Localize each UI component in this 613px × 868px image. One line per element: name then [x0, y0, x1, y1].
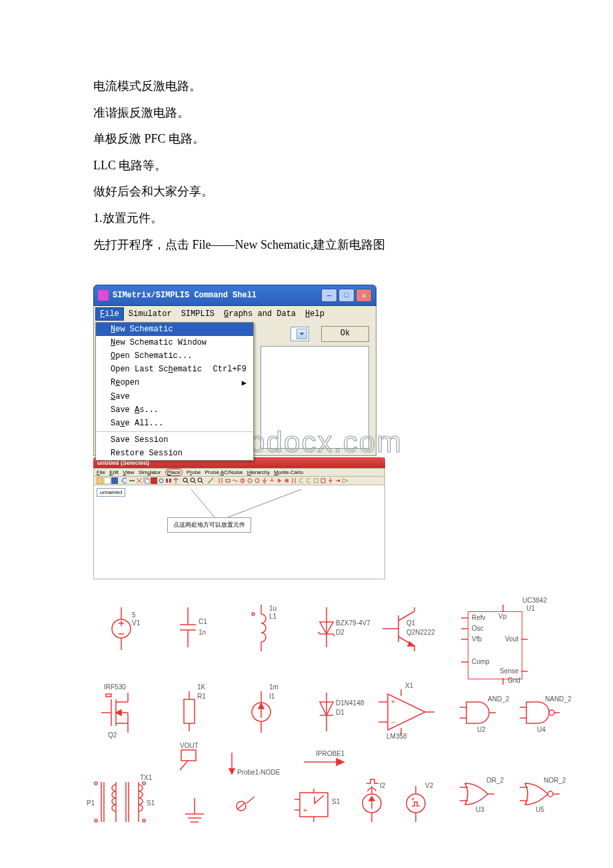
- menu-open-last-schematic[interactable]: Open Last SchematicCtrl+F9: [96, 363, 253, 376]
- svg-point-15: [255, 479, 259, 483]
- sch-menu-hierarchy[interactable]: Hierarchy: [247, 469, 270, 475]
- opamp-icon[interactable]: [342, 477, 348, 484]
- vprobe-icon[interactable]: [327, 477, 334, 484]
- diode-model: D1N4148: [336, 699, 364, 707]
- rotate-icon[interactable]: [158, 477, 165, 484]
- switch-icon[interactable]: [320, 477, 326, 484]
- ok-button[interactable]: Ok: [321, 326, 369, 342]
- gnd2-icon[interactable]: [269, 477, 275, 484]
- and-ref: U2: [477, 726, 486, 733]
- or-ref: U3: [476, 806, 484, 813]
- zener-ref: D2: [336, 629, 344, 636]
- menu-file[interactable]: File: [95, 307, 124, 321]
- menu-simulator[interactable]: Simulator: [124, 307, 177, 321]
- ac-icon[interactable]: [247, 477, 253, 484]
- menu-restore-session[interactable]: Restore Session: [96, 447, 253, 460]
- sch-menu-probe[interactable]: Probe: [187, 469, 201, 475]
- nor-ref: U5: [536, 806, 544, 813]
- paragraph: 单极反激 PFC 电路。: [93, 126, 520, 153]
- pulse-i-ref: I2: [380, 782, 385, 789]
- xfmr-p: P1: [87, 799, 95, 807]
- ground-icon: [185, 798, 204, 822]
- svg-text:−: −: [391, 719, 395, 726]
- open-icon[interactable]: [97, 477, 103, 484]
- current-source-icon: [252, 691, 271, 733]
- place-toolbar-highlight: [249, 457, 381, 467]
- svg-rect-4: [145, 479, 149, 483]
- gnd-icon[interactable]: [261, 477, 268, 484]
- sch-menu-place[interactable]: Place: [165, 469, 183, 476]
- menu-new-schematic-window[interactable]: New Schematic Window: [96, 336, 253, 349]
- menu-graphs[interactable]: Graphs and Data: [219, 307, 301, 321]
- isrc-ref: I1: [269, 693, 275, 700]
- flip-icon[interactable]: [173, 477, 179, 484]
- sch-menu-simulator[interactable]: Simulator: [139, 469, 161, 475]
- cut-icon[interactable]: [136, 477, 143, 484]
- svg-point-99: [95, 782, 97, 785]
- copy-icon[interactable]: [143, 477, 150, 484]
- ic-pin-gnd: Gnd: [508, 677, 520, 684]
- inductor-icon: [252, 605, 266, 651]
- close-icon[interactable]: ✕: [356, 289, 372, 302]
- menubar: File Simulator SIMPLIS Graphs and Data H…: [93, 306, 376, 322]
- schematic-canvas[interactable]: unnamed 点这两处地方可以放置元件: [93, 485, 385, 579]
- nc-terminal-icon: [237, 797, 255, 811]
- zoom-out-icon[interactable]: [190, 477, 197, 484]
- undo-icon[interactable]: [121, 477, 128, 484]
- dropdown-select[interactable]: [291, 327, 309, 341]
- menu-new-schematic[interactable]: New Schematic: [96, 323, 253, 336]
- app-icon: [98, 290, 109, 301]
- menu-save-session[interactable]: Save Session: [96, 433, 253, 447]
- sch-menu-file[interactable]: File: [97, 469, 105, 475]
- and-name: AND_2: [488, 695, 509, 703]
- pulse-icon[interactable]: [254, 477, 261, 484]
- svg-point-100: [95, 819, 97, 822]
- menu-reopen[interactable]: Reopen▶: [96, 376, 253, 390]
- pencil-icon[interactable]: [207, 477, 214, 484]
- schematic-window: untitled (Selected) File Edit View Simul…: [93, 457, 385, 579]
- zoom-fit-icon[interactable]: [197, 477, 204, 484]
- bjt-p-icon[interactable]: [305, 477, 312, 484]
- menu-open-schematic[interactable]: Open Schematic...: [96, 349, 253, 363]
- sch-menu-probe-ac[interactable]: Probe AC/Noise: [205, 469, 243, 475]
- new-icon[interactable]: [104, 477, 111, 484]
- sch-menu-view[interactable]: View: [123, 469, 134, 475]
- ic-ref: U1: [526, 605, 535, 612]
- sch-menu-edit[interactable]: Edit: [109, 469, 119, 475]
- vsrc-icon[interactable]: [239, 477, 246, 484]
- ind-icon[interactable]: [232, 477, 239, 484]
- sch-menu-montecarlo[interactable]: Monte-Carlo: [274, 469, 303, 475]
- res-icon[interactable]: [225, 477, 231, 484]
- menu-save-as[interactable]: Save As...: [96, 403, 253, 417]
- cap-val: 1n: [199, 629, 206, 636]
- schematic-toolbar: [93, 477, 385, 485]
- iprobe-icon[interactable]: [334, 477, 341, 484]
- menu-simplis[interactable]: SIMPLIS: [177, 307, 219, 321]
- delete-icon[interactable]: [151, 477, 157, 484]
- mos-icon[interactable]: [312, 477, 319, 484]
- vout-label: VOUT: [180, 742, 199, 749]
- schematic-menubar: File Edit View Simulator Place Probe Pro…: [93, 468, 385, 477]
- vprobe-label: Probe1-NODE: [237, 769, 280, 776]
- menu-save[interactable]: Save: [96, 390, 253, 403]
- save-icon[interactable]: [111, 477, 118, 484]
- pulse-isrc-icon: [362, 779, 381, 822]
- mosfet-ref: Q2: [108, 731, 117, 739]
- svg-line-109: [247, 797, 255, 803]
- mirror-icon[interactable]: [165, 477, 172, 484]
- minimize-icon[interactable]: —: [321, 289, 337, 302]
- zener-icon[interactable]: [283, 477, 290, 484]
- menu-help[interactable]: Help: [301, 307, 329, 321]
- wire-icon[interactable]: [129, 477, 135, 484]
- svg-point-78: [549, 710, 554, 715]
- bjt-n-icon[interactable]: [298, 477, 305, 484]
- svg-rect-7: [166, 479, 168, 483]
- menu-save-all[interactable]: Save All...: [96, 417, 253, 430]
- schematic-tab[interactable]: unnamed: [97, 488, 125, 497]
- cap-icon[interactable]: [217, 477, 224, 484]
- zoom-in-icon[interactable]: [183, 477, 189, 484]
- diode-icon[interactable]: [276, 477, 283, 484]
- maximize-icon[interactable]: □: [338, 289, 354, 302]
- svg-text:+: +: [303, 807, 307, 814]
- xfmr-icon[interactable]: [291, 477, 297, 484]
